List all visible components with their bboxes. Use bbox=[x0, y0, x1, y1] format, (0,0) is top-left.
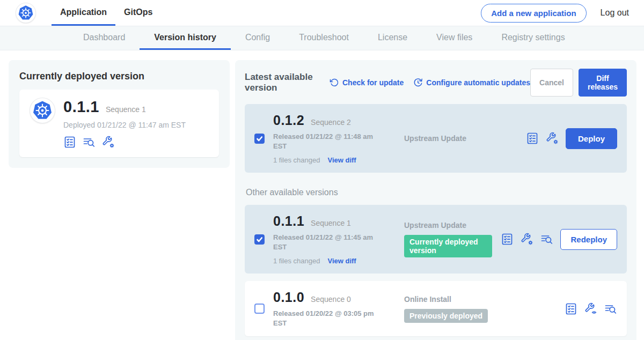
files-changed-label: 1 files changed bbox=[273, 257, 320, 265]
version-source-label: Upstream Update bbox=[404, 134, 517, 143]
logout-button[interactable]: Log out bbox=[601, 8, 629, 18]
check-for-update-link[interactable]: Check for update bbox=[330, 78, 404, 87]
tab-gitops[interactable]: GitOps bbox=[115, 0, 161, 26]
tab-config[interactable]: Config bbox=[231, 26, 284, 50]
clock-refresh-icon bbox=[413, 78, 423, 87]
sequence-label: Sequence 1 bbox=[311, 219, 351, 227]
version-number: 0.1.2 bbox=[273, 113, 304, 128]
top-nav: Application GitOps Add a new application… bbox=[0, 0, 644, 26]
sequence-label: Sequence 0 bbox=[311, 295, 351, 304]
tab-registry-settings[interactable]: Registry settings bbox=[487, 26, 579, 50]
add-new-application-button[interactable]: Add a new application bbox=[481, 4, 586, 23]
preflight-eye-icon[interactable] bbox=[584, 302, 597, 315]
redeploy-button[interactable]: Redeploy bbox=[560, 229, 617, 250]
main-content: Currently deployed version 0.1.1 Sequenc… bbox=[0, 50, 644, 340]
version-source-label: Online Install bbox=[404, 295, 556, 304]
currently-deployed-title: Currently deployed version bbox=[19, 71, 219, 82]
version-checkbox[interactable] bbox=[254, 134, 265, 144]
available-versions-panel: Latest available version Check for updat… bbox=[235, 60, 636, 340]
tab-troubleshoot[interactable]: Troubleshoot bbox=[284, 26, 363, 50]
release-notes-icon[interactable] bbox=[63, 136, 76, 149]
latest-available-title: Latest available version bbox=[245, 72, 320, 93]
version-row: 0.1.0 Sequence 0 Released 01/20/22 @ 03:… bbox=[245, 281, 627, 336]
version-checkbox[interactable] bbox=[254, 304, 265, 314]
deployed-sequence-label: Sequence 1 bbox=[106, 105, 146, 114]
preflight-gear-icon[interactable] bbox=[521, 233, 533, 246]
diff-releases-button[interactable]: Diff releases bbox=[579, 69, 627, 97]
view-diff-link[interactable]: View diff bbox=[327, 257, 356, 265]
view-logs-icon[interactable] bbox=[83, 136, 96, 149]
deployed-timestamp: Deployed 01/21/22 @ 11:47 am EST bbox=[63, 121, 186, 129]
preflight-gear-icon[interactable] bbox=[102, 136, 115, 149]
currently-deployed-panel: Currently deployed version 0.1.1 Sequenc… bbox=[9, 60, 230, 168]
released-timestamp: Released 01/21/22 @ 11:48 am EST bbox=[273, 132, 383, 151]
tab-view-files[interactable]: View files bbox=[422, 26, 487, 50]
cancel-button[interactable]: Cancel bbox=[530, 69, 573, 97]
app-logo-icon bbox=[30, 98, 55, 123]
other-versions-title: Other available versions bbox=[246, 188, 627, 197]
released-timestamp: Released 01/21/22 @ 11:45 am EST bbox=[273, 233, 383, 252]
refresh-icon bbox=[330, 78, 339, 87]
tab-version-history[interactable]: Version history bbox=[140, 26, 231, 50]
view-diff-link[interactable]: View diff bbox=[327, 156, 356, 164]
version-source-label: Upstream Update bbox=[404, 221, 492, 230]
tab-license[interactable]: License bbox=[363, 26, 422, 50]
released-timestamp: Released 01/20/22 @ 03:05 pm EST bbox=[273, 309, 383, 328]
kubernetes-logo-icon bbox=[16, 3, 35, 23]
sequence-label: Sequence 2 bbox=[311, 118, 351, 127]
view-logs-icon[interactable] bbox=[604, 302, 617, 315]
tab-dashboard[interactable]: Dashboard bbox=[69, 26, 140, 50]
app-sub-nav: Dashboard Version history Config Trouble… bbox=[0, 26, 644, 50]
configure-automatic-updates-link[interactable]: Configure automatic updates bbox=[413, 78, 530, 87]
version-number: 0.1.1 bbox=[273, 213, 304, 229]
top-tabs: Application GitOps bbox=[52, 0, 161, 26]
release-notes-icon[interactable] bbox=[526, 132, 539, 145]
deployed-version-card: 0.1.1 Sequence 1 Deployed 01/21/22 @ 11:… bbox=[19, 90, 219, 157]
deploy-button[interactable]: Deploy bbox=[566, 128, 617, 149]
release-notes-icon[interactable] bbox=[565, 302, 577, 315]
tab-application[interactable]: Application bbox=[52, 0, 115, 26]
version-row: 0.1.2 Sequence 2 Released 01/21/22 @ 11:… bbox=[245, 104, 627, 173]
previously-deployed-badge: Previously deployed bbox=[404, 309, 488, 323]
currently-deployed-badge: Currently deployed version bbox=[404, 235, 492, 257]
version-number: 0.1.0 bbox=[273, 290, 304, 305]
view-logs-icon[interactable] bbox=[540, 233, 553, 246]
preflight-gear-icon[interactable] bbox=[546, 132, 559, 145]
deployed-version-number: 0.1.1 bbox=[63, 98, 99, 116]
files-changed-label: 1 files changed bbox=[273, 156, 320, 164]
version-row: 0.1.1 Sequence 1 Released 01/21/22 @ 11:… bbox=[245, 205, 627, 274]
release-notes-icon[interactable] bbox=[501, 233, 514, 246]
version-checkbox[interactable] bbox=[254, 234, 265, 245]
